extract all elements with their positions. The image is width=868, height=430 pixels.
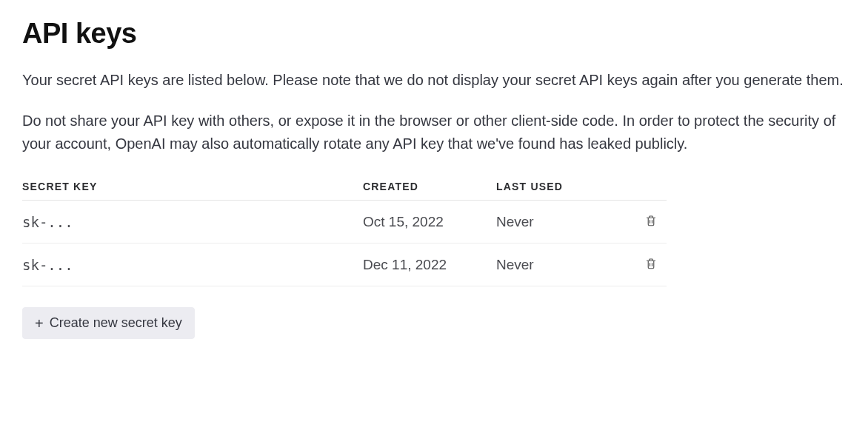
table-row: sk-... Dec 11, 2022 Never	[22, 243, 667, 286]
description-paragraph-1: Your secret API keys are listed below. P…	[22, 69, 844, 92]
table-header-row: SECRET KEY CREATED LAST USED	[22, 173, 667, 201]
cell-secret-key: sk-...	[22, 201, 363, 243]
header-secret-key: SECRET KEY	[22, 173, 363, 201]
header-actions	[622, 173, 667, 201]
delete-key-button[interactable]	[641, 254, 661, 275]
description-paragraph-2: Do not share your API key with others, o…	[22, 110, 844, 155]
delete-key-button[interactable]	[641, 211, 661, 232]
page-title: API keys	[22, 18, 846, 50]
create-new-secret-key-button[interactable]: + Create new secret key	[22, 307, 195, 339]
api-keys-table: SECRET KEY CREATED LAST USED sk-... Oct …	[22, 173, 667, 286]
header-last-used: LAST USED	[496, 173, 622, 201]
cell-created: Dec 11, 2022	[363, 243, 496, 286]
cell-created: Oct 15, 2022	[363, 201, 496, 243]
trash-icon	[644, 257, 658, 272]
cell-secret-key: sk-...	[22, 243, 363, 286]
cell-last-used: Never	[496, 243, 622, 286]
table-row: sk-... Oct 15, 2022 Never	[22, 201, 667, 243]
create-button-label: Create new secret key	[50, 315, 182, 331]
cell-last-used: Never	[496, 201, 622, 243]
plus-icon: +	[35, 316, 44, 331]
header-created: CREATED	[363, 173, 496, 201]
trash-icon	[644, 214, 658, 229]
